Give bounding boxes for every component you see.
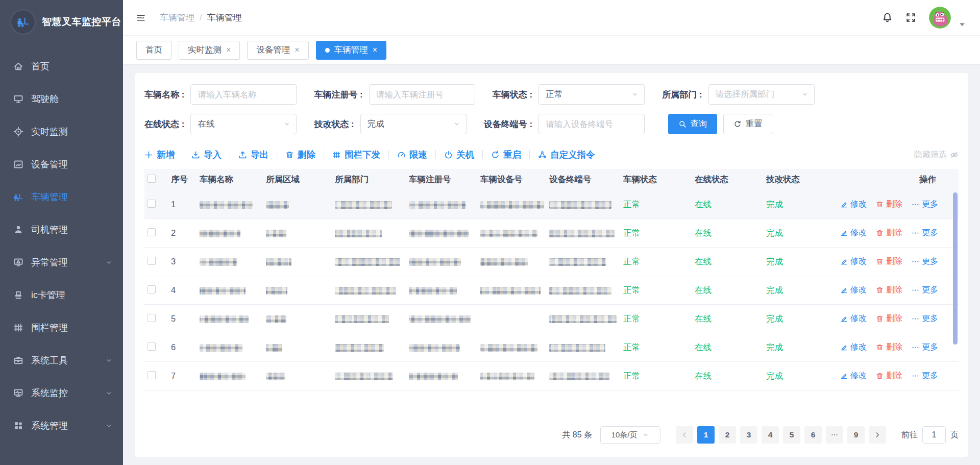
row-checkbox[interactable] (148, 314, 156, 322)
speed-limit-button[interactable]: 限速 (397, 149, 427, 161)
row-action-more[interactable]: 更多 (912, 199, 938, 210)
row-action-edit[interactable]: 修改 (840, 313, 867, 324)
sidebar-item-vehicle[interactable]: 车辆管理 (0, 181, 123, 213)
row-action-edit[interactable]: 修改 (840, 285, 867, 296)
pagination-prev-button[interactable] (676, 426, 693, 444)
search-button[interactable]: 查询 (668, 114, 717, 134)
modify-status-select[interactable]: 完成 (360, 114, 467, 134)
row-checkbox[interactable] (148, 342, 156, 351)
import-button[interactable]: 导入 (191, 149, 222, 161)
row-action-more[interactable]: 更多 (912, 371, 938, 381)
sidebar-item-label: 驾驶舱 (31, 93, 59, 105)
pagination-page-5[interactable]: 5 (783, 426, 800, 444)
sidebar-item-systools[interactable]: 系统工具 (0, 344, 123, 377)
avatar-caret-down-icon[interactable] (958, 20, 967, 29)
vehicle-name-input[interactable] (190, 84, 297, 105)
row-action-more[interactable]: 更多 (912, 256, 938, 267)
row-checkbox[interactable] (148, 285, 156, 293)
sidebar-item-device[interactable]: 设备管理 (0, 148, 123, 181)
user-avatar[interactable] (929, 7, 951, 29)
row-action-more[interactable]: 更多 (912, 228, 938, 238)
row-action-delete[interactable]: 删除 (876, 313, 902, 324)
table-row[interactable]: 3 正常 在线 完成 详情修改删除更多 (144, 248, 959, 276)
tab-realtime[interactable]: 实时监测 × (179, 41, 240, 60)
delete-button[interactable]: 删除 (285, 149, 315, 161)
notifications-bell-icon[interactable] (882, 12, 893, 23)
row-action-edit[interactable]: 修改 (840, 256, 867, 267)
row-checkbox[interactable] (148, 371, 156, 379)
department-select[interactable]: 请选择所属部门 (708, 84, 815, 105)
row-action-more[interactable]: 更多 (912, 342, 938, 353)
tab-home[interactable]: 首页 (136, 41, 172, 60)
sidebar-item-fence[interactable]: 围栏管理 (0, 311, 123, 344)
sidebar-item-cockpit[interactable]: 驾驶舱 (0, 83, 123, 115)
row-action-edit[interactable]: 修改 (840, 228, 867, 238)
table-row[interactable]: 1 正常 在线 完成 详情修改删除更多 (144, 190, 959, 219)
table-row[interactable]: 7 正常 在线 完成 详情修改删除更多 (144, 362, 959, 390)
sidebar-item-sysmonitor[interactable]: 系统监控 (0, 377, 123, 409)
row-action-delete[interactable]: 删除 (876, 371, 902, 381)
breadcrumb-section[interactable]: 车辆管理 (160, 12, 194, 23)
select-all-checkbox[interactable] (148, 175, 156, 183)
menu-collapse-icon[interactable] (136, 13, 145, 22)
row-action-edit[interactable]: 修改 (840, 199, 867, 210)
sidebar-menu: 首页 驾驶舱 实时监测 设备管理 车辆管理 司机管理 异常管理 ic卡管理 围栏 (0, 50, 123, 465)
hide-filter-toggle[interactable]: 隐藏筛选 (914, 150, 959, 160)
sidebar: 智慧叉车监控平台 首页 驾驶舱 实时监测 设备管理 车辆管理 司机管理 异常管理 (0, 0, 123, 465)
table-row[interactable]: 4 正常 在线 完成 详情修改删除更多 (144, 276, 959, 305)
table-row[interactable]: 2 正常 在线 完成 详情修改删除更多 (144, 219, 959, 248)
tab-vehicle[interactable]: 车辆管理 × (316, 41, 386, 60)
pagination-page-1[interactable]: 1 (697, 426, 715, 444)
pagination-page-2[interactable]: 2 (719, 426, 736, 444)
custom-command-button[interactable]: 自定义指令 (538, 149, 595, 161)
sidebar-item-iccard[interactable]: ic卡管理 (0, 279, 123, 311)
table-row[interactable]: 5 正常 在线 完成 详情修改删除更多 (144, 305, 959, 333)
row-action-edit[interactable]: 修改 (840, 371, 867, 381)
pagination-page-4[interactable]: 4 (762, 426, 779, 444)
row-action-delete[interactable]: 删除 (876, 199, 902, 210)
cell-dept-redacted (335, 342, 409, 352)
sidebar-item-sysmanage[interactable]: 系统管理 (0, 409, 123, 442)
sidebar-item-home[interactable]: 首页 (0, 50, 123, 83)
row-action-delete[interactable]: 删除 (876, 342, 902, 353)
shutdown-button[interactable]: 关机 (444, 149, 474, 161)
tab-close-icon[interactable]: × (226, 46, 231, 54)
row-action-more[interactable]: 更多 (912, 313, 938, 324)
goto-page-input[interactable] (922, 426, 946, 444)
row-checkbox[interactable] (148, 257, 156, 265)
tab-device[interactable]: 设备管理 × (247, 41, 308, 60)
row-action-edit[interactable]: 修改 (840, 342, 867, 353)
online-status-select[interactable]: 在线 (190, 114, 297, 134)
row-checkbox[interactable] (148, 228, 156, 236)
reset-button[interactable]: 重置 (723, 114, 772, 134)
page-size-select[interactable]: 10条/页 (600, 426, 660, 444)
pagination-goto: 前往 页 (901, 426, 959, 444)
export-button[interactable]: 导出 (238, 149, 268, 161)
fence-dispatch-button[interactable]: 围栏下发 (332, 149, 380, 161)
pagination-page-3[interactable]: 3 (740, 426, 757, 444)
table-scrollbar[interactable] (953, 192, 958, 345)
pagination-next-button[interactable] (869, 426, 886, 444)
fullscreen-icon[interactable] (905, 12, 916, 23)
pagination-page-9[interactable]: 9 (847, 426, 865, 444)
cell-index: 1 (171, 200, 200, 209)
tab-close-icon[interactable]: × (373, 46, 377, 54)
tab-close-icon[interactable]: × (295, 46, 299, 54)
sidebar-item-driver[interactable]: 司机管理 (0, 213, 123, 246)
row-action-delete[interactable]: 删除 (876, 256, 902, 267)
row-action-delete[interactable]: 删除 (876, 285, 902, 296)
sidebar-item-abnormal[interactable]: 异常管理 (0, 246, 123, 279)
table-row[interactable]: 6 正常 在线 完成 详情修改删除更多 (144, 333, 959, 362)
restart-button[interactable]: 重启 (491, 149, 521, 161)
vehicle-status-select[interactable]: 正常 (538, 84, 645, 105)
add-button[interactable]: 新增 (144, 149, 175, 161)
row-action-more[interactable]: 更多 (912, 285, 938, 296)
pagination-page-6[interactable]: 6 (804, 426, 822, 444)
pagination-ellipsis[interactable] (826, 426, 843, 444)
sidebar-item-realtime[interactable]: 实时监测 (0, 115, 123, 148)
row-action-delete[interactable]: 删除 (876, 228, 902, 238)
row-checkbox[interactable] (148, 200, 156, 208)
device-terminal-input[interactable] (538, 114, 645, 134)
vehicle-reg-input[interactable] (369, 84, 475, 105)
gauge-icon (397, 151, 406, 159)
